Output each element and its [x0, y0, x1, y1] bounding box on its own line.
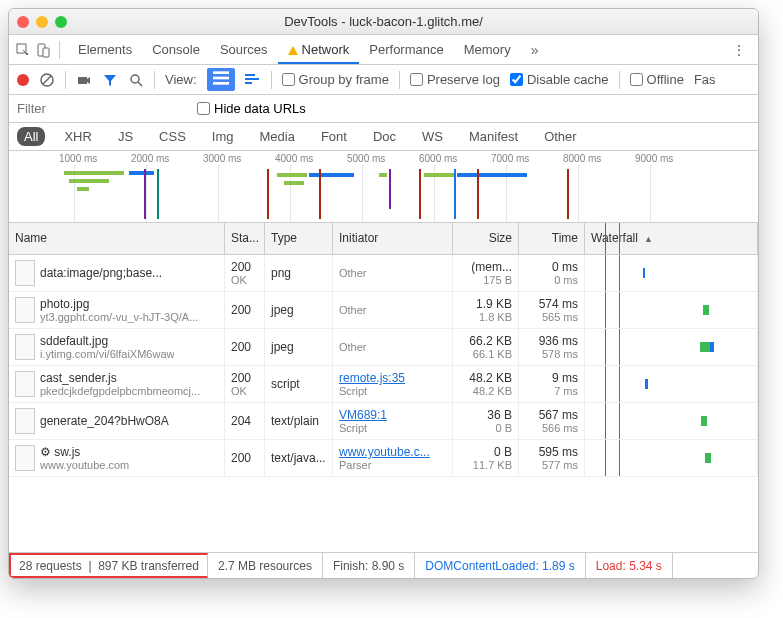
- svg-rect-11: [245, 82, 252, 84]
- resource-thumb: [15, 371, 35, 397]
- col-size[interactable]: Size: [453, 223, 519, 254]
- menu-icon[interactable]: ⋮: [726, 38, 752, 62]
- table-row[interactable]: data:image/png;base...200OKpngOther(mem.…: [9, 255, 758, 292]
- tab-sources[interactable]: Sources: [210, 37, 278, 62]
- status-code: 200: [231, 340, 258, 354]
- resource-size: 48.2 KB: [459, 385, 512, 397]
- filter-doc[interactable]: Doc: [366, 127, 403, 146]
- timeline-bar: [454, 169, 456, 219]
- filter-css[interactable]: CSS: [152, 127, 193, 146]
- filter-bar: Hide data URLs: [9, 95, 758, 123]
- col-status[interactable]: Sta...: [225, 223, 265, 254]
- camera-icon[interactable]: [76, 72, 92, 88]
- table-row[interactable]: sddefault.jpgi.ytimg.com/vi/6lfaiXM6waw2…: [9, 329, 758, 366]
- table-row[interactable]: cast_sender.jspkedcjkdefgpdelpbcmbmeomcj…: [9, 366, 758, 403]
- resource-size: 66.1 KB: [459, 348, 512, 360]
- divider: [619, 71, 620, 89]
- divider: [399, 71, 400, 89]
- resource-thumb: [15, 260, 35, 286]
- preserve-log-checkbox[interactable]: Preserve log: [410, 72, 500, 87]
- timeline-overview[interactable]: 1000 ms2000 ms3000 ms4000 ms5000 ms6000 …: [9, 151, 758, 223]
- filter-all[interactable]: All: [17, 127, 45, 146]
- col-time[interactable]: Time: [519, 223, 585, 254]
- hide-data-urls-checkbox[interactable]: Hide data URLs: [197, 101, 306, 116]
- table-row[interactable]: ⚙ sw.jswww.youtube.com200text/java...www…: [9, 440, 758, 477]
- resource-name: photo.jpg: [40, 297, 198, 311]
- tab-console[interactable]: Console: [142, 37, 210, 62]
- timeline-bar: [277, 173, 307, 177]
- initiator[interactable]: www.youtube.c...: [339, 445, 446, 459]
- requests-count: 28 requests | 897 KB transferred: [9, 553, 208, 578]
- divider: [59, 41, 60, 59]
- divider: [65, 71, 66, 89]
- resource-name: sddefault.jpg: [40, 334, 174, 348]
- time: 574 ms: [525, 297, 578, 311]
- tick-label: 4000 ms: [275, 153, 313, 164]
- tick-label: 6000 ms: [419, 153, 457, 164]
- overview-icon[interactable]: [245, 72, 261, 88]
- status-bar: 28 requests | 897 KB transferred 2.7 MB …: [9, 552, 758, 578]
- device-icon[interactable]: [35, 42, 51, 58]
- svg-rect-6: [213, 71, 229, 74]
- resource-type: jpeg: [265, 329, 333, 365]
- col-initiator[interactable]: Initiator: [333, 223, 453, 254]
- filter-other[interactable]: Other: [537, 127, 584, 146]
- filter-manifest[interactable]: Manifest: [462, 127, 525, 146]
- table-row[interactable]: generate_204?bHwO8A204text/plainVM689:1S…: [9, 403, 758, 440]
- inspect-icon[interactable]: [15, 42, 31, 58]
- time: 936 ms: [525, 334, 578, 348]
- filter-ws[interactable]: WS: [415, 127, 450, 146]
- table-row[interactable]: photo.jpgyt3.ggpht.com/-vu_v-hJT-3Q/A...…: [9, 292, 758, 329]
- disable-cache-checkbox[interactable]: Disable cache: [510, 72, 609, 87]
- resource-size: 0 B: [459, 422, 512, 434]
- filter-input[interactable]: [17, 101, 187, 116]
- tab-network[interactable]: Network: [278, 37, 360, 64]
- filter-media[interactable]: Media: [252, 127, 301, 146]
- transfer-size: 0 B: [459, 445, 512, 459]
- waterfall-bar: [705, 453, 711, 463]
- load-line: [619, 223, 620, 254]
- col-type[interactable]: Type: [265, 223, 333, 254]
- record-icon[interactable]: [17, 74, 29, 86]
- col-waterfall[interactable]: Waterfall▲: [585, 223, 758, 254]
- initiator[interactable]: VM689:1: [339, 408, 446, 422]
- timeline-bar: [309, 173, 354, 177]
- offline-checkbox[interactable]: Offline: [630, 72, 684, 87]
- svg-rect-9: [245, 74, 255, 76]
- timeline-bar: [457, 173, 527, 177]
- filter-js[interactable]: JS: [111, 127, 140, 146]
- filter-xhr[interactable]: XHR: [57, 127, 98, 146]
- clear-icon[interactable]: [39, 72, 55, 88]
- tab-performance[interactable]: Performance: [359, 37, 453, 62]
- group-by-frame-checkbox[interactable]: Group by frame: [282, 72, 389, 87]
- filter-icon[interactable]: [102, 72, 118, 88]
- tab-elements[interactable]: Elements: [68, 37, 142, 62]
- waterfall-cell: [585, 292, 758, 328]
- timeline-bar: [419, 169, 421, 219]
- col-name[interactable]: Name: [9, 223, 225, 254]
- initiator-type: Parser: [339, 459, 446, 471]
- throttling-label[interactable]: Fas: [694, 72, 716, 87]
- tick-label: 5000 ms: [347, 153, 385, 164]
- transfer-size: (mem...: [459, 260, 512, 274]
- timeline-bar: [267, 169, 269, 219]
- status-code: 200: [231, 260, 258, 274]
- initiator[interactable]: remote.js:35: [339, 371, 446, 385]
- resource-thumb: [15, 334, 35, 360]
- time: 567 ms: [525, 408, 578, 422]
- filter-img[interactable]: Img: [205, 127, 241, 146]
- time: 595 ms: [525, 445, 578, 459]
- status-code: 200: [231, 371, 258, 385]
- large-rows-icon[interactable]: [207, 68, 235, 91]
- resource-domain: yt3.ggpht.com/-vu_v-hJT-3Q/A...: [40, 311, 198, 323]
- tab-memory[interactable]: Memory: [454, 37, 521, 62]
- status-text: OK: [231, 385, 258, 397]
- svg-rect-7: [213, 77, 229, 80]
- resource-size: 1.8 KB: [459, 311, 512, 323]
- filter-font[interactable]: Font: [314, 127, 354, 146]
- waterfall-bar: [700, 342, 710, 352]
- search-icon[interactable]: [128, 72, 144, 88]
- more-tabs-icon[interactable]: »: [525, 38, 545, 62]
- resource-thumb: [15, 408, 35, 434]
- svg-rect-4: [78, 77, 87, 84]
